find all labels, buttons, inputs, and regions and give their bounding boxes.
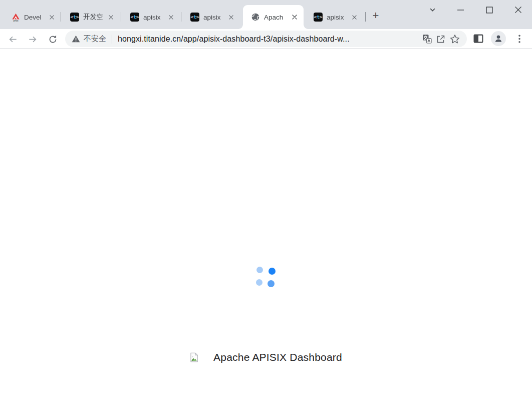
code-editor-icon: <t> — [70, 13, 79, 22]
url-text[interactable]: hongxi.titanide.cn/app/apisix-dashboard-… — [118, 35, 420, 44]
loading-spinner — [253, 263, 281, 291]
new-tab-button[interactable]: + — [369, 9, 383, 23]
close-window-button[interactable] — [510, 2, 526, 18]
tab-close-icon[interactable] — [290, 13, 299, 22]
tab-apisix-2[interactable]: <t> apisix — [183, 5, 239, 29]
tab-devel[interactable]: APISIX Devel — [4, 5, 60, 29]
globe-icon — [251, 13, 260, 22]
tab-strip: APISIX Devel <t> 开发空 <t> apisix — [0, 0, 532, 29]
tab-label: Devel — [24, 14, 48, 21]
dashboard-footer: Apache APISIX Dashboard — [0, 351, 532, 363]
back-icon[interactable] — [5, 32, 20, 47]
tab-close-icon[interactable] — [350, 13, 359, 22]
page-content: Apache APISIX Dashboard — [0, 49, 532, 408]
tab-separator — [61, 12, 61, 22]
tab-close-icon[interactable] — [167, 13, 175, 22]
kebab-menu-icon[interactable] — [512, 31, 527, 46]
tab-label: Apach — [264, 14, 290, 21]
tab-label: apisix — [143, 14, 167, 21]
tab-label: apisix — [327, 14, 350, 21]
translate-icon[interactable] — [420, 32, 434, 46]
maximize-button[interactable] — [481, 2, 497, 18]
tab-apache-apisix-dashboard-active[interactable]: Apach — [243, 5, 304, 29]
browser-window: APISIX Devel <t> 开发空 <t> apisix — [0, 0, 532, 408]
spinner-dot — [269, 268, 276, 275]
svg-text:APISIX: APISIX — [13, 20, 19, 21]
code-editor-icon: <t> — [130, 13, 139, 22]
security-status-label: 不安全 — [84, 34, 106, 44]
tab-close-icon[interactable] — [227, 13, 235, 22]
share-icon[interactable] — [434, 32, 448, 46]
apisix-logo-icon: APISIX — [11, 13, 20, 22]
tab-search-chevron-icon[interactable] — [425, 2, 440, 18]
code-editor-icon: <t> — [190, 13, 199, 22]
forward-icon[interactable] — [25, 32, 40, 47]
person-icon — [494, 34, 503, 43]
spinner-dot — [256, 279, 262, 286]
tab-separator — [121, 12, 121, 22]
omnibox-divider — [112, 35, 112, 44]
bookmark-star-icon[interactable] — [448, 32, 462, 46]
tab-separator — [181, 12, 181, 22]
tab-dev-workspace[interactable]: <t> 开发空 — [63, 5, 119, 29]
profile-avatar[interactable] — [491, 31, 506, 46]
tab-apisix-1[interactable]: <t> apisix — [123, 5, 179, 29]
tab-separator — [365, 12, 366, 22]
tab-label: 开发空 — [83, 13, 107, 22]
spinner-dot — [256, 267, 263, 273]
browser-toolbar: 不安全 hongxi.titanide.cn/app/apisix-dashbo… — [0, 29, 532, 49]
not-secure-warning-icon[interactable] — [72, 35, 80, 43]
address-bar[interactable]: 不安全 hongxi.titanide.cn/app/apisix-dashbo… — [65, 31, 467, 47]
tab-close-icon[interactable] — [107, 13, 115, 22]
reload-icon[interactable] — [45, 32, 60, 47]
code-editor-icon: <t> — [314, 13, 323, 22]
tab-label: apisix — [203, 14, 227, 21]
minimize-button[interactable] — [453, 2, 468, 18]
dashboard-title: Apache APISIX Dashboard — [213, 351, 342, 363]
broken-image-icon — [190, 352, 198, 362]
spinner-dot — [268, 280, 275, 287]
tab-close-icon[interactable] — [48, 13, 56, 22]
tab-apisix-3[interactable]: <t> apisix — [307, 5, 363, 29]
side-panel-icon[interactable] — [471, 31, 486, 46]
